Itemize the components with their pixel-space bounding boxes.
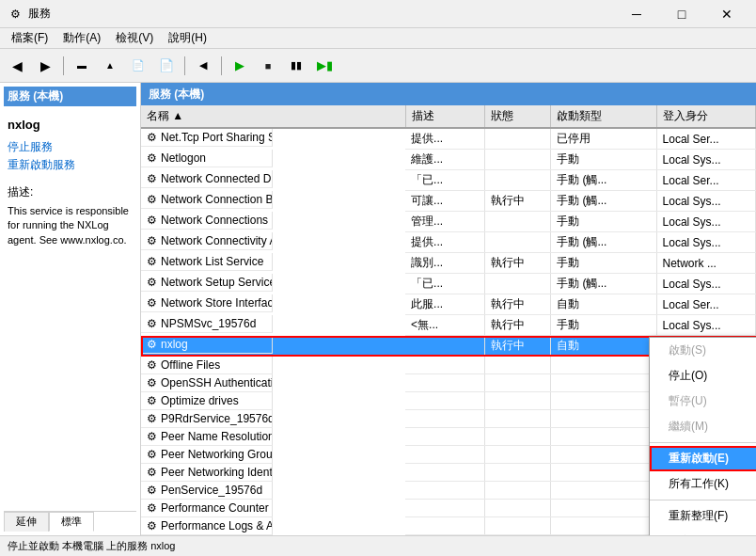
gear-icon: ⚙	[147, 430, 157, 443]
stop-service-link[interactable]: 停止服務	[8, 139, 133, 155]
service-desc-cell	[405, 482, 484, 500]
col-startup[interactable]: 啟動類型	[551, 105, 656, 128]
restart-service-link[interactable]: 重新啟動服務	[8, 157, 133, 173]
service-desc-cell	[405, 535, 484, 536]
toolbar-forward[interactable]: ▶	[32, 53, 58, 79]
table-row[interactable]: ⚙Network Connection Broker可讓...執行中手動 (觸.…	[141, 191, 756, 212]
table-row[interactable]: ⚙Network Store Interface S...此服...執行中自動L…	[141, 294, 756, 315]
tab-standard[interactable]: 標準	[49, 512, 94, 532]
service-desc-cell: 提供...	[405, 232, 484, 253]
service-status-cell	[484, 517, 550, 535]
toolbar-export[interactable]: ◀	[190, 53, 216, 79]
toolbar-pause[interactable]: ▮▮	[283, 53, 309, 79]
service-name-cell: ⚙Performance Counter DLL ...	[141, 500, 273, 517]
minimize-button[interactable]: ─	[615, 0, 658, 28]
toolbar-restart[interactable]: ▶▮	[311, 53, 338, 79]
col-status[interactable]: 狀態	[484, 105, 550, 128]
service-status-cell	[484, 128, 550, 150]
window-controls: ─ □ ✕	[615, 0, 748, 28]
menu-help[interactable]: 說明(H)	[161, 28, 214, 48]
service-status-cell	[484, 392, 550, 410]
context-menu-item-1[interactable]: 停止(O)	[650, 363, 756, 389]
service-startup-cell	[551, 482, 656, 500]
menu-action[interactable]: 動作(A)	[55, 28, 108, 48]
col-desc[interactable]: 描述	[405, 105, 484, 128]
service-name-cell: ⚙Peer Networking Grouping	[141, 446, 273, 464]
service-startup-cell	[551, 517, 656, 535]
col-login[interactable]: 登入身分	[656, 105, 755, 128]
gear-icon: ⚙	[147, 255, 157, 268]
service-status-cell	[484, 374, 550, 392]
table-row[interactable]: ⚙Net.Tcp Port Sharing Servi...提供...已停用Lo…	[141, 128, 756, 150]
service-login-cell: Network ...	[656, 253, 755, 274]
title-bar: ⚙ 服務 ─ □ ✕	[0, 0, 756, 28]
service-startup-cell	[551, 464, 656, 482]
service-status-cell	[484, 150, 550, 170]
service-startup-cell: 手動 (觸...	[551, 170, 656, 191]
menu-view[interactable]: 檢視(V)	[108, 28, 161, 48]
service-status-cell	[484, 232, 550, 253]
context-menu-item-7[interactable]: 內容(R)	[650, 529, 756, 535]
service-name-cell: ⚙Network Connected Devic...	[141, 170, 273, 188]
gear-icon: ⚙	[147, 448, 157, 461]
context-menu-separator	[650, 500, 756, 500]
service-name-cell: ⚙nxlog	[141, 336, 273, 354]
gear-icon: ⚙	[147, 172, 157, 185]
service-name-cell: ⚙Optimize drives	[141, 392, 273, 410]
toolbar-start[interactable]: ▶	[227, 53, 253, 79]
service-startup-cell: 已停用	[551, 128, 656, 150]
table-row[interactable]: ⚙Network Connections管理...手動Local Sys...	[141, 212, 756, 232]
service-startup-cell: 手動	[551, 212, 656, 232]
service-name-cell: ⚙OpenSSH Authentication ...	[141, 374, 273, 392]
table-row[interactable]: ⚙Network Connectivity Assi...提供...手動 (觸.…	[141, 232, 756, 253]
service-name-cell: ⚙Peer Name Resolution Pr...	[141, 428, 273, 446]
context-menu-item-5[interactable]: 所有工作(K)▶	[650, 471, 756, 497]
service-status-cell	[484, 464, 550, 482]
context-menu-item-0: 啟動(S)	[650, 338, 756, 363]
service-status-cell	[484, 274, 550, 294]
service-name-cell: ⚙Network Connectivity Assi...	[141, 232, 273, 250]
service-name-cell: ⚙Peer Networking Identity ...	[141, 464, 273, 482]
service-desc-cell: 此服...	[405, 294, 484, 315]
service-name-cell: ⚙Network List Service	[141, 253, 273, 271]
table-row[interactable]: ⚙Network Setup Service「已...手動 (觸...Local…	[141, 274, 756, 294]
service-startup-cell: 手動 (觸...	[551, 274, 656, 294]
context-menu-separator	[650, 442, 756, 443]
close-button[interactable]: ✕	[705, 0, 748, 28]
context-menu-item-6[interactable]: 重新整理(F)	[650, 503, 756, 529]
toolbar-separator-1	[63, 56, 64, 75]
service-status-cell: 執行中	[484, 253, 550, 274]
col-name[interactable]: 名稱 ▲	[141, 105, 405, 128]
table-row[interactable]: ⚙Network Connected Devic...「已...手動 (觸...…	[141, 170, 756, 191]
table-row[interactable]: ⚙NPSMSvc_19576d<無...執行中手動Local Sys...	[141, 315, 756, 336]
toolbar-show-hide[interactable]: ▬	[69, 53, 95, 79]
service-startup-cell: 自動	[551, 294, 656, 315]
gear-icon: ⚙	[147, 193, 157, 206]
service-login-cell: Local Ser...	[656, 294, 755, 315]
service-status-cell	[484, 446, 550, 464]
desc-text: This service is responsible for running …	[8, 204, 133, 247]
table-row[interactable]: ⚙Network List Service識別...執行中手動Network .…	[141, 253, 756, 274]
toolbar-stop[interactable]: ■	[255, 53, 281, 79]
service-desc-cell: 維護...	[405, 150, 484, 170]
table-row[interactable]: ⚙Netlogon維護...手動Local Sys...	[141, 150, 756, 170]
toolbar-up-tree[interactable]: ▲	[97, 53, 123, 79]
tab-extended[interactable]: 延伸	[4, 512, 49, 532]
maximize-button[interactable]: □	[660, 0, 703, 28]
menu-file[interactable]: 檔案(F)	[4, 28, 55, 48]
context-menu-item-4[interactable]: 重新啟動(E)	[650, 446, 756, 471]
toolbar-refresh[interactable]: 📄	[153, 53, 180, 79]
service-status-cell	[484, 428, 550, 446]
service-login-cell: Local Sys...	[656, 191, 755, 212]
toolbar-back[interactable]: ◀	[4, 53, 30, 79]
menu-bar: 檔案(F) 動作(A) 檢視(V) 說明(H)	[0, 28, 756, 49]
service-name-cell: ⚙Net.Tcp Port Sharing Servi...	[141, 129, 273, 147]
service-startup-cell	[551, 357, 656, 374]
gear-icon: ⚙	[147, 151, 157, 165]
right-panel: 服務 (本機) 名稱 ▲ 描述 狀態 啟動類型 登入身分 ⚙Net.Tcp Po…	[141, 83, 756, 535]
left-panel-header: 服務 (本機)	[4, 87, 136, 106]
service-desc-cell	[405, 446, 484, 464]
service-startup-cell: 手動 (觸...	[551, 232, 656, 253]
toolbar-properties[interactable]: 📄	[125, 53, 151, 79]
context-menu: 啟動(S)停止(O)暫停(U)繼續(M)重新啟動(E)所有工作(K)▶重新整理(…	[649, 337, 756, 535]
